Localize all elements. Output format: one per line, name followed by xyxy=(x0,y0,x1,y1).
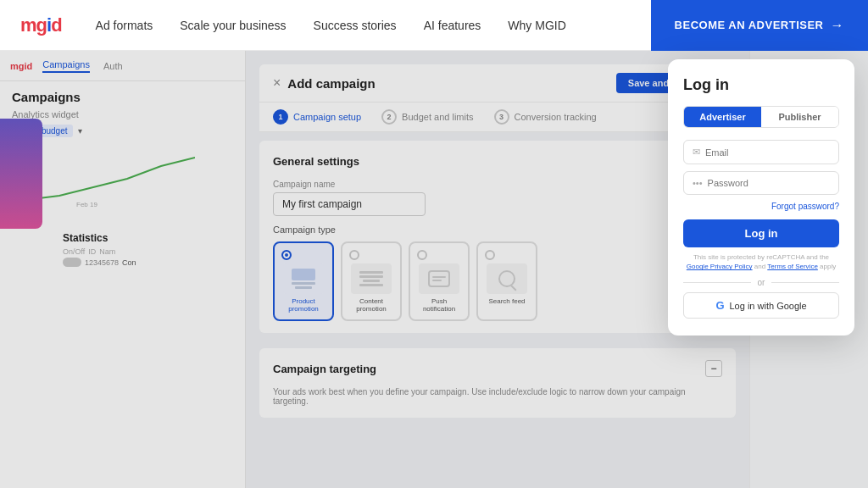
login-tabs: Advertiser Publisher xyxy=(683,106,839,128)
nav-link-scale[interactable]: Scale your business xyxy=(180,19,286,32)
and-text: and xyxy=(754,263,767,270)
nav-links: Ad formats Scale your business Success s… xyxy=(96,19,651,32)
password-field: ••• xyxy=(683,171,839,195)
email-icon: ✉ xyxy=(693,147,700,158)
cta-label: BECOME AN ADVERTISER xyxy=(675,19,824,31)
nav-link-success[interactable]: Success stories xyxy=(314,19,397,32)
divider: or xyxy=(683,278,839,287)
password-input[interactable] xyxy=(708,178,830,188)
navbar: mgid Ad formats Scale your business Succ… xyxy=(0,0,868,51)
nav-link-why[interactable]: Why MGID xyxy=(508,19,565,32)
publisher-tab[interactable]: Publisher xyxy=(761,107,838,127)
login-overlay: Log in Advertiser Publisher ✉ ••• Forgot… xyxy=(0,51,868,488)
recaptcha-text: This site is protected by reCAPTCHA and … xyxy=(683,252,839,271)
email-input[interactable] xyxy=(705,147,830,158)
login-button[interactable]: Log in xyxy=(683,219,839,247)
divider-line-left xyxy=(683,282,751,283)
advertiser-tab[interactable]: Advertiser xyxy=(684,107,761,127)
google-icon: G xyxy=(715,299,724,312)
email-field: ✉ xyxy=(683,140,839,164)
divider-line-right xyxy=(771,282,839,283)
privacy-link[interactable]: Google Privacy Policy xyxy=(687,263,753,270)
google-btn-label: Log in with Google xyxy=(730,301,807,311)
nav-link-ad-formats[interactable]: Ad formats xyxy=(96,19,153,32)
login-modal: Log in Advertiser Publisher ✉ ••• Forgot… xyxy=(668,59,854,336)
forgot-password-link[interactable]: Forgot password? xyxy=(683,202,839,211)
google-login-button[interactable]: G Log in with Google xyxy=(683,292,839,319)
nav-link-ai[interactable]: AI features xyxy=(424,19,481,32)
main-area: mgid Campaigns Auth Campaigns Analytics … xyxy=(0,51,868,488)
terms-link[interactable]: Terms of Service xyxy=(767,263,818,270)
logo: mgid xyxy=(20,14,62,36)
cta-arrow-icon: → xyxy=(831,18,845,33)
login-title: Log in xyxy=(683,76,839,94)
logo-text: mgid xyxy=(20,14,62,36)
become-advertiser-button[interactable]: BECOME AN ADVERTISER → xyxy=(651,0,868,51)
password-icon: ••• xyxy=(693,178,703,188)
logo-dot: i xyxy=(47,14,51,36)
divider-text: or xyxy=(758,278,765,287)
